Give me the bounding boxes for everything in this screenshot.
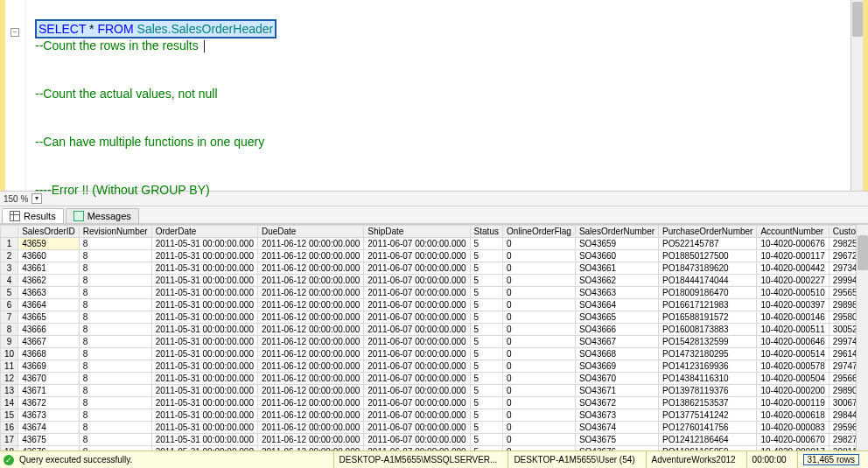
column-header[interactable]: DueDate bbox=[257, 226, 363, 238]
cell[interactable]: PO16008173883 bbox=[659, 324, 757, 336]
cell[interactable]: 5 bbox=[470, 434, 502, 446]
column-header[interactable]: ShipDate bbox=[364, 226, 470, 238]
row-number[interactable]: 5 bbox=[1, 287, 18, 299]
cell[interactable]: 8 bbox=[79, 397, 151, 409]
cell[interactable]: SO43668 bbox=[575, 348, 658, 360]
table-row[interactable]: 134367182011-05-31 00:00:00.0002011-06-1… bbox=[1, 385, 869, 397]
table-row[interactable]: 64366482011-05-31 00:00:00.0002011-06-12… bbox=[1, 299, 869, 311]
cell[interactable]: 10-4020-000618 bbox=[757, 409, 829, 422]
cell[interactable]: 8 bbox=[79, 373, 151, 385]
column-header[interactable]: RevisionNumber bbox=[79, 226, 151, 238]
cell[interactable]: 2011-06-12 00:00:00.000 bbox=[257, 348, 363, 360]
cell[interactable]: 2011-06-07 00:00:00.000 bbox=[364, 238, 470, 250]
cell[interactable]: 2011-06-07 00:00:00.000 bbox=[364, 287, 470, 299]
cell[interactable]: 8 bbox=[79, 275, 151, 287]
cell[interactable]: 0 bbox=[502, 434, 575, 446]
cell[interactable]: 0 bbox=[502, 422, 575, 434]
cell[interactable]: 10-4020-000511 bbox=[757, 324, 829, 336]
cell[interactable]: 8 bbox=[79, 360, 151, 373]
cell[interactable]: 2011-06-12 00:00:00.000 bbox=[257, 324, 363, 336]
cell[interactable]: 2011-05-31 00:00:00.000 bbox=[151, 275, 257, 287]
cell[interactable]: 43673 bbox=[18, 409, 80, 422]
cell[interactable]: SO43666 bbox=[575, 324, 658, 336]
row-number[interactable]: 4 bbox=[1, 275, 18, 287]
cell[interactable]: 2011-05-31 00:00:00.000 bbox=[151, 348, 257, 360]
cell[interactable]: 2011-06-12 00:00:00.000 bbox=[257, 275, 363, 287]
cell[interactable]: 43669 bbox=[18, 360, 80, 373]
cell[interactable]: 43672 bbox=[18, 397, 80, 409]
cell[interactable]: 2011-05-31 00:00:00.000 bbox=[151, 311, 257, 324]
cell[interactable]: 2011-06-12 00:00:00.000 bbox=[257, 385, 363, 397]
cell[interactable]: 2011-06-12 00:00:00.000 bbox=[257, 422, 363, 434]
cell[interactable]: 2011-06-07 00:00:00.000 bbox=[364, 373, 470, 385]
cell[interactable]: 10-4020-000083 bbox=[757, 422, 829, 434]
cell[interactable]: SO43661 bbox=[575, 262, 658, 275]
cell[interactable]: 2011-06-07 00:00:00.000 bbox=[364, 360, 470, 373]
cell[interactable]: 43660 bbox=[18, 250, 80, 262]
cell[interactable]: SO43662 bbox=[575, 275, 658, 287]
column-header[interactable]: SalesOrderNumber bbox=[575, 226, 658, 238]
cell[interactable]: 8 bbox=[79, 311, 151, 324]
cell[interactable]: 5 bbox=[470, 422, 502, 434]
cell[interactable]: 43667 bbox=[18, 336, 80, 348]
table-row[interactable]: 94366782011-05-31 00:00:00.0002011-06-12… bbox=[1, 336, 869, 348]
cell[interactable]: 0 bbox=[502, 409, 575, 422]
cell[interactable]: PO16617121983 bbox=[659, 299, 757, 311]
cell[interactable]: 5 bbox=[470, 385, 502, 397]
table-row[interactable]: 174367582011-05-31 00:00:00.0002011-06-1… bbox=[1, 434, 869, 446]
cell[interactable]: 0 bbox=[502, 360, 575, 373]
cell[interactable]: SO43664 bbox=[575, 299, 658, 311]
cell[interactable]: 2011-06-07 00:00:00.000 bbox=[364, 336, 470, 348]
cell[interactable]: 2011-06-12 00:00:00.000 bbox=[257, 287, 363, 299]
cell[interactable]: 5 bbox=[470, 287, 502, 299]
cell[interactable]: 2011-05-31 00:00:00.000 bbox=[151, 262, 257, 275]
cell[interactable]: 5 bbox=[470, 299, 502, 311]
table-row[interactable]: 114366982011-05-31 00:00:00.0002011-06-1… bbox=[1, 360, 869, 373]
cell[interactable]: 2011-06-12 00:00:00.000 bbox=[257, 373, 363, 385]
cell[interactable]: 43668 bbox=[18, 348, 80, 360]
results-grid[interactable]: SalesOrderIDRevisionNumberOrderDateDueDa… bbox=[0, 225, 868, 451]
cell[interactable]: PO15428132599 bbox=[659, 336, 757, 348]
column-header[interactable]: AccountNumber bbox=[757, 226, 829, 238]
cell[interactable]: 10-4020-000200 bbox=[757, 385, 829, 397]
cell[interactable]: PO14732180295 bbox=[659, 348, 757, 360]
cell[interactable]: 5 bbox=[470, 275, 502, 287]
cell[interactable]: 5 bbox=[470, 324, 502, 336]
row-number[interactable]: 9 bbox=[1, 336, 18, 348]
cell[interactable]: PO14384116310 bbox=[659, 373, 757, 385]
cell[interactable]: 2011-06-07 00:00:00.000 bbox=[364, 385, 470, 397]
cell[interactable]: 5 bbox=[470, 311, 502, 324]
cell[interactable]: 2011-06-12 00:00:00.000 bbox=[257, 434, 363, 446]
cell[interactable]: 2011-06-12 00:00:00.000 bbox=[257, 299, 363, 311]
cell[interactable]: 43670 bbox=[18, 373, 80, 385]
table-row[interactable]: 14365982011-05-31 00:00:00.0002011-06-12… bbox=[1, 238, 869, 250]
tab-messages[interactable]: Messages bbox=[66, 208, 139, 223]
cell[interactable]: 5 bbox=[470, 336, 502, 348]
cell[interactable]: 0 bbox=[502, 299, 575, 311]
cell[interactable]: 2011-06-12 00:00:00.000 bbox=[257, 250, 363, 262]
cell[interactable]: 8 bbox=[79, 262, 151, 275]
cell[interactable]: 8 bbox=[79, 385, 151, 397]
cell[interactable]: 2011-05-31 00:00:00.000 bbox=[151, 250, 257, 262]
cell[interactable]: SO43663 bbox=[575, 287, 658, 299]
cell[interactable]: PO18444174044 bbox=[659, 275, 757, 287]
table-row[interactable]: 124367082011-05-31 00:00:00.0002011-06-1… bbox=[1, 373, 869, 385]
cell[interactable]: 2011-06-12 00:00:00.000 bbox=[257, 238, 363, 250]
cell[interactable]: SO43660 bbox=[575, 250, 658, 262]
column-header[interactable]: OnlineOrderFlag bbox=[502, 226, 575, 238]
editor-scrollbar[interactable] bbox=[850, 0, 863, 191]
cell[interactable]: 10-4020-000510 bbox=[757, 287, 829, 299]
row-number[interactable]: 3 bbox=[1, 262, 18, 275]
cell[interactable]: PO18473189620 bbox=[659, 262, 757, 275]
table-row[interactable]: 54366382011-05-31 00:00:00.0002011-06-12… bbox=[1, 287, 869, 299]
cell[interactable]: 0 bbox=[502, 287, 575, 299]
cell[interactable]: SO43675 bbox=[575, 434, 658, 446]
cell[interactable]: 10-4020-000442 bbox=[757, 262, 829, 275]
cell[interactable]: 0 bbox=[502, 324, 575, 336]
cell[interactable]: 8 bbox=[79, 324, 151, 336]
cell[interactable]: 8 bbox=[79, 299, 151, 311]
cell[interactable]: 5 bbox=[470, 250, 502, 262]
cell[interactable]: 2011-06-07 00:00:00.000 bbox=[364, 397, 470, 409]
cell[interactable]: PO12412186464 bbox=[659, 434, 757, 446]
row-number[interactable]: 16 bbox=[1, 422, 18, 434]
